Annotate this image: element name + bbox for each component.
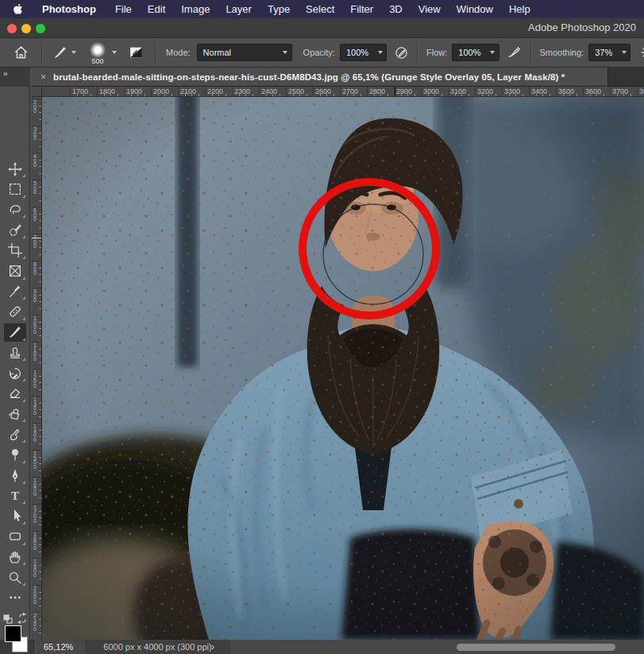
menu-item-type[interactable]: Type xyxy=(260,3,298,15)
blend-mode-dropdown[interactable]: Normal xyxy=(197,44,292,61)
foreground-color-swatch[interactable] xyxy=(5,625,21,642)
menu-item-photoshop[interactable]: Photoshop xyxy=(34,3,107,15)
status-bar: 65,12% 6000 px x 4000 px (300 ppi) › xyxy=(0,640,644,654)
vertical-ruler[interactable]: 2 0 03 0 04 0 05 0 06 0 07 0 08 0 09 0 0… xyxy=(32,97,42,640)
edit-toolbar-tool[interactable] xyxy=(4,589,26,607)
menu-item-image[interactable]: Image xyxy=(173,3,218,15)
maximize-window-button[interactable] xyxy=(36,24,45,33)
menu-item-layer[interactable]: Layer xyxy=(218,3,260,15)
mode-label: Mode: xyxy=(166,48,191,57)
zoom-tool[interactable] xyxy=(4,568,26,586)
ruler-tick-label: 2 1 0 0 xyxy=(33,613,37,631)
divider xyxy=(155,42,156,63)
horizontal-scrollbar-thumb[interactable] xyxy=(457,644,615,651)
quick-selection-tool[interactable] xyxy=(4,221,26,239)
ruler-tick-label: 1 2 0 0 xyxy=(33,370,37,388)
ruler-origin-corner[interactable] xyxy=(32,87,42,97)
ruler-tick-label: 4 0 0 xyxy=(33,154,37,168)
document-info: 6000 px x 4000 px (300 ppi) xyxy=(85,640,230,654)
canvas-image[interactable] xyxy=(42,97,644,640)
menu-item-3d[interactable]: 3D xyxy=(381,3,411,15)
path-selection-tool[interactable] xyxy=(4,507,26,525)
ruler-tick-label: 1 6 0 0 xyxy=(33,478,37,496)
window-title: Adobe Photoshop 2020 xyxy=(528,21,636,33)
status-chevron-icon[interactable]: › xyxy=(211,640,214,654)
ruler-tick-label: 1900 xyxy=(126,87,142,95)
menu-item-view[interactable]: View xyxy=(411,3,449,15)
clone-stamp-tool[interactable] xyxy=(4,343,26,362)
flow-label: Flow: xyxy=(426,48,447,57)
ruler-tick-label: 1 4 0 0 xyxy=(33,424,37,442)
smudge-tool[interactable] xyxy=(4,425,26,443)
smoothing-dropdown[interactable]: 37% xyxy=(588,44,631,61)
ruler-tick-label: 1 9 0 0 xyxy=(33,559,37,577)
flow-value: 100% xyxy=(453,45,486,60)
smoothing-options-gear-icon[interactable] xyxy=(640,45,644,60)
hand-tool[interactable] xyxy=(4,548,26,566)
ruler-tick-label: 3 0 0 xyxy=(33,127,37,141)
document-tab[interactable]: × brutal-bearded-male-sitting-on-steps-n… xyxy=(32,68,608,86)
ruler-tick-label: 2300 xyxy=(234,87,250,95)
eraser-tool[interactable] xyxy=(4,385,26,403)
brush-tool[interactable] xyxy=(4,323,26,342)
spot-healing-brush-tool[interactable] xyxy=(4,303,26,321)
paint-bucket-tool[interactable] xyxy=(4,404,26,423)
soft-brush-thumbnail xyxy=(90,42,106,58)
collapse-tools-icon[interactable]: » xyxy=(0,68,30,87)
brush-size-value: 500 xyxy=(89,57,106,65)
ruler-tick-label: 3000 xyxy=(423,87,439,95)
history-brush-tool[interactable] xyxy=(4,364,26,382)
minimize-window-button[interactable] xyxy=(21,24,31,33)
close-window-button[interactable] xyxy=(7,24,17,33)
dodge-tool[interactable] xyxy=(4,446,26,464)
close-tab-icon[interactable]: × xyxy=(40,72,46,83)
blend-mode-value: Normal xyxy=(198,45,280,60)
horizontal-type-tool[interactable]: T xyxy=(4,486,26,505)
ruler-tick-label: 1 3 0 0 xyxy=(33,397,37,415)
menu-item-help[interactable]: Help xyxy=(501,3,538,15)
flow-dropdown[interactable]: 100% xyxy=(452,44,499,61)
document-tab-title: brutal-bearded-male-sitting-on-steps-nea… xyxy=(53,72,565,82)
ruler-tick-label: 2000 xyxy=(153,87,169,95)
pen-tool[interactable] xyxy=(4,466,26,485)
opacity-dropdown[interactable]: 100% xyxy=(340,44,387,61)
lasso-tool[interactable] xyxy=(4,200,26,219)
menu-item-edit[interactable]: Edit xyxy=(140,3,173,15)
menu-item-filter[interactable]: Filter xyxy=(342,3,381,15)
smoothing-label: Smoothing: xyxy=(540,48,584,57)
tool-options-bar: 500 Mode: Normal Opacity: 100% Flow: 100… xyxy=(0,38,644,68)
ruler-tick-label: 6 0 0 xyxy=(33,208,37,222)
document-canvas[interactable] xyxy=(42,97,644,640)
ruler-tick-label: 3100 xyxy=(450,87,466,95)
ruler-tick-label: 2900 xyxy=(396,87,412,95)
rectangular-marquee-tool[interactable] xyxy=(4,180,26,199)
brush-size-preview[interactable]: 500 xyxy=(89,45,106,60)
macos-menu-bar: PhotoshopFileEditImageLayerTypeSelectFil… xyxy=(0,0,644,18)
zoom-level-field[interactable]: 65,12% xyxy=(44,640,73,654)
ruler-tick-label: 2700 xyxy=(342,87,358,95)
toggle-brush-settings-icon[interactable] xyxy=(129,45,144,60)
brush-tool-preset-icon[interactable] xyxy=(53,45,67,60)
chevron-down-icon[interactable] xyxy=(112,51,117,54)
ruler-tick-label: 2600 xyxy=(315,87,331,95)
crop-tool[interactable] xyxy=(4,242,26,260)
horizontal-ruler[interactable]: 1700180019002000210022002300240025002600… xyxy=(32,87,644,97)
airbrush-icon[interactable] xyxy=(507,45,523,60)
home-icon[interactable] xyxy=(13,45,29,60)
apple-logo-icon[interactable] xyxy=(13,3,23,15)
ruler-tick-label: 3300 xyxy=(504,87,520,95)
menu-item-select[interactable]: Select xyxy=(298,3,342,15)
tools-panel: » T xyxy=(0,68,30,640)
ruler-tick-label: 5 0 0 xyxy=(33,181,37,195)
menu-item-window[interactable]: Window xyxy=(449,3,501,15)
svg-text:T: T xyxy=(11,490,19,502)
ruler-tick-label: 1 5 0 0 xyxy=(33,451,37,469)
menu-item-file[interactable]: File xyxy=(107,3,140,15)
rectangle-shape-tool[interactable] xyxy=(4,528,26,546)
move-tool[interactable] xyxy=(4,160,26,178)
pressure-opacity-icon[interactable] xyxy=(394,45,409,60)
eyedropper-tool[interactable] xyxy=(4,282,26,300)
frame-tool[interactable] xyxy=(4,262,26,281)
divider xyxy=(417,42,418,63)
chevron-down-icon[interactable] xyxy=(71,51,76,54)
